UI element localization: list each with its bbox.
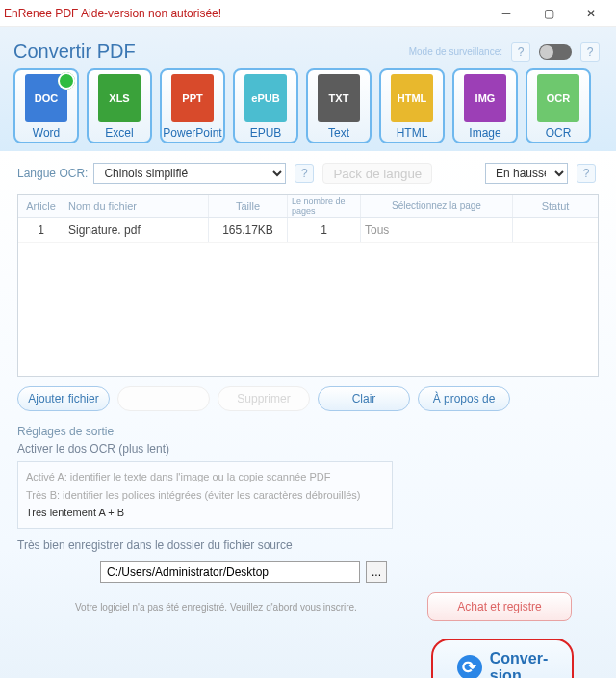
help-icon-2[interactable]: ? [580,42,600,62]
enable-ocr-label: Activer le dos OCR (plus lent) [17,442,599,456]
ocr-option-ab[interactable]: Très lentement A + B [26,504,384,522]
table-header: Article Nom du fichier Taille Le nombre … [18,195,598,218]
ocr-option-b[interactable]: Très B: identifier les polices intégrées… [26,486,384,505]
buy-register-button[interactable]: Achat et registre [427,592,572,621]
close-button[interactable]: ✕ [570,0,612,27]
txt-icon: TXT [318,74,360,122]
mode-toggle[interactable] [539,44,572,60]
window-title: EnRenee PDF Aide-version non autorisée! [4,7,485,20]
format-list: DOCWord XLSExcel PPTPowerPoint ePUBEPUB … [13,68,603,143]
col-status: Statut [513,195,598,217]
register-notice: Votre logiciel n'a pas été enregistré. V… [75,602,357,613]
remove-button[interactable]: Supprimer [218,386,310,411]
format-ocr[interactable]: OCROCR [526,68,591,143]
html-icon: HTML [391,74,433,122]
ppt-icon: PPT [171,74,214,122]
about-button[interactable]: À propos de [418,386,510,411]
language-pack-button[interactable]: Pack de langue [322,163,432,184]
format-image[interactable]: IMGImage [452,68,518,143]
table-row[interactable]: 1 Signature. pdf 165.17KB 1 Tous [18,218,598,243]
xls-icon: XLS [98,74,141,122]
col-filename: Nom du fichier [64,195,209,217]
add-file-button[interactable]: Ajouter fichier [17,386,110,411]
format-excel[interactable]: XLSExcel [87,68,152,143]
browse-button[interactable]: ... [366,561,387,583]
minimize-button[interactable]: ─ [485,0,527,27]
help-icon-4[interactable]: ? [577,164,596,183]
clear-button[interactable]: Clair [318,386,410,411]
convert-icon: ⟳ [457,655,482,678]
button-2[interactable] [117,386,210,411]
header: Convertir PDF Mode de surveillance: ? ? … [0,27,616,151]
ocr-language-label: Langue OCR: [17,167,88,180]
ocr-options-box: Activé A: identifier le texte dans l'ima… [17,461,393,529]
epub-icon: ePUB [244,74,287,122]
col-pages: Le nombre de pages [288,195,361,217]
file-table: Article Nom du fichier Taille Le nombre … [17,194,599,377]
format-epub[interactable]: ePUBEPUB [233,68,298,143]
main-panel: Langue OCR: Chinois simplifié ? Pack de … [0,151,616,678]
save-source-label: Très bien enregistrer dans le dossier du… [17,538,599,552]
help-icon-3[interactable]: ? [295,164,314,183]
ocr-icon: OCR [537,74,579,122]
convert-button[interactable]: ⟳ Conver-sion [431,639,574,678]
format-powerpoint[interactable]: PPTPowerPoint [160,68,225,143]
col-size: Taille [209,195,288,217]
ocr-language-select[interactable]: Chinois simplifié [93,163,286,184]
doc-icon: DOC [25,74,67,122]
ocr-option-a[interactable]: Activé A: identifier le texte dans l'ima… [26,468,384,486]
output-settings-title: Réglages de sortie [17,425,599,438]
direction-select[interactable]: En hausse [485,163,568,184]
mode-label: Mode de surveillance: [409,46,502,57]
output-path-input[interactable] [100,561,360,583]
titlebar: EnRenee PDF Aide-version non autorisée! … [0,0,616,27]
format-word[interactable]: DOCWord [13,68,79,143]
format-text[interactable]: TXTText [306,68,372,143]
help-icon[interactable]: ? [511,42,530,62]
format-html[interactable]: HTMLHTML [379,68,445,143]
img-icon: IMG [464,74,506,122]
col-article: Article [18,195,64,217]
col-select-page: Sélectionnez la page [361,195,513,217]
page-title: Convertir PDF [13,40,409,63]
maximize-button[interactable]: ▢ [527,0,570,27]
